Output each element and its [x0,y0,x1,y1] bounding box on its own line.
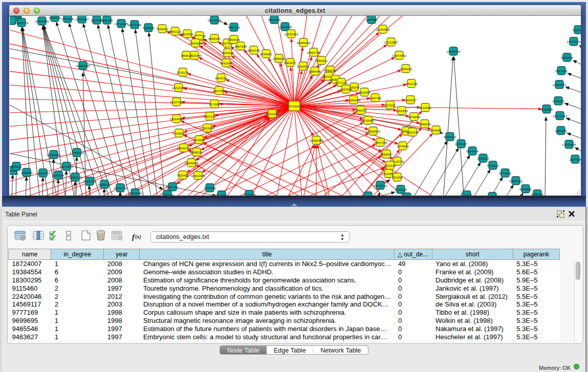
svg-text:19388454: 19388454 [309,139,323,142]
svg-text:1975692: 1975692 [397,144,409,148]
svg-text:7886372: 7886372 [355,108,367,112]
svg-text:7632621: 7632621 [487,164,499,167]
svg-text:19654983: 19654983 [169,117,184,121]
svg-text:9474444: 9474444 [466,149,479,153]
svg-text:18724007: 18724007 [287,104,301,108]
svg-text:12942757: 12942757 [36,171,50,175]
svg-text:164095: 164095 [431,128,442,132]
svg-text:8454749: 8454749 [248,49,260,52]
svg-text:8813054: 8813054 [268,18,281,21]
svg-text:7625402: 7625402 [177,173,189,177]
svg-text:1551155: 1551155 [405,82,418,85]
svg-text:19166825: 19166825 [172,132,186,135]
svg-text:16543362: 16543362 [188,41,203,45]
svg-text:928565: 928565 [487,195,498,196]
svg-text:8186323: 8186323 [208,37,221,40]
svg-text:9329966: 9329966 [561,56,574,59]
svg-text:2089140: 2089140 [49,16,61,19]
svg-text:6497568: 6497568 [340,87,353,91]
svg-text:9899695: 9899695 [419,122,431,126]
svg-text:18807249: 18807249 [373,141,387,144]
svg-text:7515526: 7515526 [142,26,155,30]
svg-text:2867608: 2867608 [234,45,247,48]
svg-text:10654112: 10654112 [509,179,523,183]
svg-text:8427552: 8427552 [213,89,226,93]
svg-text:10688609: 10688609 [366,129,380,133]
svg-text:16961758: 16961758 [307,51,321,54]
svg-text:9245652: 9245652 [519,187,532,191]
svg-text:16782759: 16782759 [113,186,127,190]
svg-text:16409948: 16409948 [184,161,199,165]
svg-text:10719185: 10719185 [114,22,128,26]
svg-text:20053346: 20053346 [76,64,90,68]
svg-text:1395811: 1395811 [243,193,255,196]
svg-text:7357274: 7357274 [228,26,241,29]
svg-text:3716485: 3716485 [204,186,216,190]
svg-text:15720407: 15720407 [361,119,375,122]
svg-text:12353594: 12353594 [200,126,214,130]
svg-text:10973493: 10973493 [392,54,406,57]
svg-text:9574844: 9574844 [408,115,421,119]
svg-text:16914479: 16914479 [191,174,205,178]
svg-text:2935114: 2935114 [477,157,489,160]
svg-text:9777169: 9777169 [335,81,348,84]
svg-text:924565: 924565 [462,193,472,196]
svg-text:1292344: 1292344 [161,193,174,196]
svg-text:17359924: 17359924 [70,151,84,155]
svg-text:12213987: 12213987 [384,40,398,44]
svg-text:16671355: 16671355 [127,23,142,27]
svg-text:21364436: 21364436 [346,98,361,102]
svg-text:16046768: 16046768 [177,146,191,150]
svg-text:9657791: 9657791 [166,185,179,189]
svg-text:1145194: 1145194 [52,173,64,177]
svg-text:10653287: 10653287 [75,17,89,21]
svg-text:19975867: 19975867 [59,165,74,168]
svg-text:1112834: 1112834 [572,28,581,32]
svg-text:8660123: 8660123 [169,30,182,33]
svg-text:8267130: 8267130 [204,115,216,118]
svg-text:17016504: 17016504 [562,143,576,146]
svg-text:17957225: 17957225 [82,180,97,183]
svg-text:16640910: 16640910 [296,41,311,45]
svg-text:12325419: 12325419 [284,32,298,36]
svg-text:9245152: 9245152 [531,192,544,196]
svg-text:6379197: 6379197 [455,142,468,146]
svg-text:12093872: 12093872 [552,83,567,86]
svg-text:9227342: 9227342 [555,69,568,73]
svg-text:1080748: 1080748 [369,96,382,100]
svg-text:2718176: 2718176 [177,71,189,74]
svg-text:8938923: 8938923 [444,135,456,139]
svg-text:8215958: 8215958 [540,107,553,111]
svg-text:8912954: 8912954 [181,32,194,36]
svg-text:2803144: 2803144 [215,76,228,80]
svg-text:10958187: 10958187 [97,183,112,186]
svg-text:20091406: 20091406 [35,19,49,23]
svg-text:16033809: 16033809 [207,18,222,22]
svg-text:(x): (x) [135,234,141,240]
svg-text:9684067: 9684067 [380,152,393,156]
svg-text:12505135: 12505135 [68,176,82,179]
svg-text:252254: 252254 [392,176,403,179]
svg-text:1615132: 1615132 [384,164,397,167]
svg-text:7485003: 7485003 [400,67,412,71]
svg-text:21300283: 21300283 [265,112,279,116]
svg-text:2687682: 2687682 [365,18,378,21]
svg-text:7663822: 7663822 [156,27,169,31]
svg-text:10648784: 10648784 [446,50,461,53]
svg-text:12213383: 12213383 [171,86,186,90]
svg-text:1733426: 1733426 [395,188,407,191]
svg-text:3624554: 3624554 [358,91,371,94]
svg-text:13218506: 13218506 [278,25,292,29]
svg-text:162534: 162534 [402,195,412,196]
svg-text:9146821: 9146821 [260,52,273,56]
svg-text:835001: 835001 [11,165,22,168]
svg-text:3875685: 3875685 [222,51,234,55]
svg-text:14055714: 14055714 [14,21,29,25]
svg-text:989612: 989612 [181,54,192,57]
svg-text:887833: 887833 [194,138,205,142]
svg-text:1492373: 1492373 [406,130,419,134]
svg-text:16107552: 16107552 [169,100,184,104]
svg-text:1588520: 1588520 [273,57,286,60]
svg-text:1065328: 1065328 [61,17,74,20]
svg-text:16210643: 16210643 [553,114,567,118]
